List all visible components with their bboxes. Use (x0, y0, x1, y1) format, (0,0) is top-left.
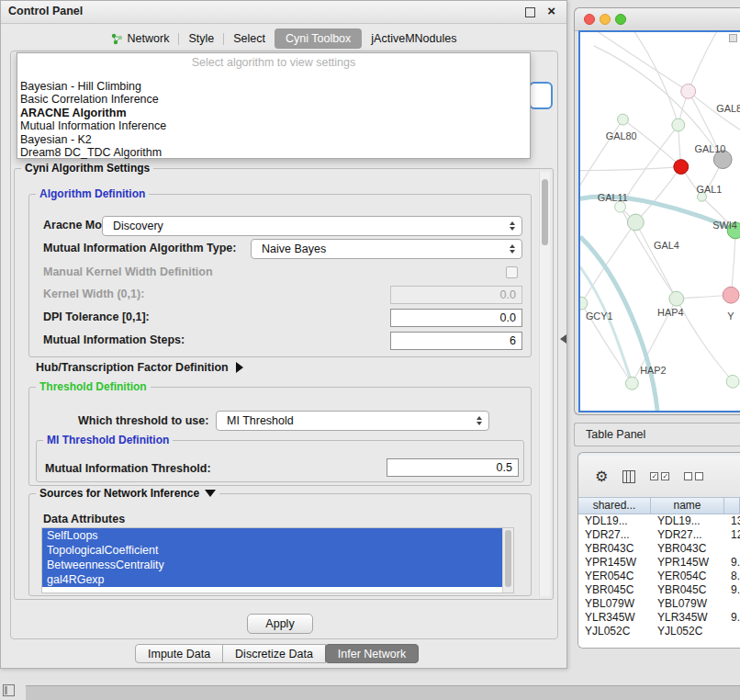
algorithm-option-mutual-information[interactable]: Mutual Information Inference (17, 119, 530, 132)
table-row[interactable]: YPR145WYPR145W9. (578, 556, 740, 570)
table-cell: 9. (724, 611, 740, 625)
network-edge[interactable] (580, 167, 681, 171)
attribute-item[interactable]: SelfLoops (42, 528, 503, 543)
network-edge[interactable] (689, 32, 717, 91)
table-row[interactable]: YER054CYER054C8. (578, 570, 740, 583)
dpi-tolerance-field[interactable]: 0.0 (390, 309, 522, 327)
zoom-window-icon[interactable] (615, 14, 626, 25)
algorithm-option-aracne[interactable]: ARACNE Algorithm (17, 107, 530, 119)
panel-collapse-arrow[interactable] (560, 334, 566, 344)
table-body: YDL19...YDL19...13YDR27...YDR27...12YBR0… (578, 514, 740, 648)
tab-infer-network[interactable]: Infer Network (325, 644, 419, 663)
tab-jactivemnodules[interactable]: jActiveMNodules (362, 29, 465, 48)
minimize-window-icon[interactable] (600, 14, 611, 25)
network-edge[interactable] (580, 237, 657, 411)
table-cell (724, 625, 740, 638)
network-edge[interactable] (581, 222, 635, 303)
network-node[interactable] (627, 214, 644, 231)
column-header-extra[interactable] (724, 498, 740, 514)
which-threshold-label: Which threshold to use: (78, 414, 208, 427)
table-row[interactable]: YBR043CYBR043C (578, 542, 740, 556)
attribute-item[interactable]: TopologicalCoefficient (42, 543, 503, 558)
control-panel-titlebar: Control Panel (1, 1, 566, 24)
network-edge[interactable] (580, 119, 622, 185)
network-node[interactable] (672, 119, 685, 131)
table-row[interactable]: YDL19...YDL19...13 (578, 514, 740, 528)
column-header-name[interactable]: name (651, 498, 724, 514)
table-row[interactable]: YDR27...YDR27...12 (578, 528, 740, 542)
algorithm-combobox[interactable] (529, 82, 553, 109)
gear-icon[interactable] (595, 469, 608, 484)
manual-kernel-checkbox[interactable] (506, 266, 518, 278)
column-header-shared-name[interactable]: shared... (578, 498, 651, 514)
close-window-icon[interactable] (584, 14, 595, 25)
network-node[interactable] (580, 297, 588, 310)
tab-select[interactable]: Select (224, 29, 275, 48)
which-threshold-dropdown[interactable]: MI Threshold (216, 411, 489, 431)
network-edge[interactable] (635, 222, 676, 299)
network-node[interactable] (618, 114, 629, 125)
table-cell: 12 (724, 528, 740, 542)
table-row[interactable]: YLR345WYLR345W9. (578, 611, 740, 625)
network-window-titlebar[interactable] (575, 8, 740, 31)
attribute-item[interactable]: BetweennessCentrality (42, 558, 503, 572)
network-edge[interactable] (634, 32, 678, 125)
table-row[interactable]: YJL052CYJL052C (578, 625, 740, 638)
canvas-scrollbar-corner[interactable] (729, 34, 737, 42)
panel-toggle-icon[interactable] (3, 684, 15, 696)
algorithm-option-bayesian-k2[interactable]: Bayesian - K2 (17, 133, 530, 146)
data-attributes-list[interactable]: SelfLoopsTopologicalCoefficientBetweenne… (41, 527, 514, 593)
table-cell: YLR345W (578, 611, 651, 625)
network-edge[interactable] (677, 299, 733, 381)
network-edge[interactable] (599, 32, 689, 91)
table-cell: YER054C (651, 570, 724, 583)
algorithm-option-dream8[interactable]: Dream8 DC_TDC Algorithm (17, 146, 530, 159)
network-node[interactable] (674, 160, 689, 175)
tab-label: Impute Data (148, 648, 210, 660)
table-cell: 13 (724, 514, 740, 528)
sources-toggle[interactable]: Sources for Network Inference (36, 487, 219, 500)
group-title: Threshold Definition (36, 380, 151, 393)
network-edge[interactable] (580, 267, 632, 384)
network-edge[interactable] (635, 167, 680, 222)
mi-algorithm-type-dropdown[interactable]: Naive Bayes (251, 239, 522, 259)
list-scrollbar[interactable] (502, 528, 513, 593)
network-node[interactable] (669, 291, 684, 306)
mi-steps-field[interactable]: 6 (390, 332, 522, 350)
expand-right-icon (236, 362, 243, 373)
columns-icon[interactable] (622, 470, 635, 483)
network-node[interactable] (726, 375, 739, 388)
hub-definition-toggle[interactable]: Hub/Transcription Factor Definition (36, 361, 243, 374)
network-node[interactable] (681, 84, 696, 98)
mi-threshold-field[interactable]: 0.5 (387, 458, 519, 477)
apply-button[interactable]: Apply (247, 614, 313, 634)
attribute-item[interactable]: gal4RGexp (42, 572, 503, 587)
tab-impute-data[interactable]: Impute Data (135, 644, 223, 663)
network-node[interactable] (625, 377, 638, 390)
dropdown-stepper-icon (510, 244, 515, 254)
aracne-mode-dropdown[interactable]: Discovery (102, 216, 522, 236)
network-node[interactable] (723, 287, 739, 303)
tab-cyni-toolbox[interactable]: Cyni Toolbox (275, 28, 362, 49)
select-all-columns-icon[interactable] (650, 472, 669, 480)
algorithm-option-bayesian-hill-climbing[interactable]: Bayesian - Hill Climbing (17, 80, 530, 93)
tab-style[interactable]: Style (179, 29, 223, 48)
network-graph[interactable]: GAL8GAL80GAL10GAL11GAL1SWI4GAL4GCY1HAP4Y… (580, 32, 740, 411)
tab-discretize-data[interactable]: Discretize Data (222, 644, 326, 663)
settings-scrollbar[interactable] (539, 172, 550, 596)
network-canvas[interactable]: GAL8GAL80GAL10GAL11GAL1SWI4GAL4GCY1HAP4Y… (578, 30, 740, 412)
close-panel-icon[interactable] (547, 3, 555, 18)
settings-scrollbar-thumb[interactable] (542, 179, 548, 245)
kernel-width-field[interactable]: 0.0 (390, 286, 522, 304)
float-panel-icon[interactable] (525, 7, 535, 17)
algorithm-option-basic-correlation[interactable]: Basic Correlation Inference (17, 93, 530, 106)
manual-kernel-label: Manual Kernel Width Definition (43, 265, 213, 278)
list-scrollbar-thumb[interactable] (505, 530, 511, 587)
network-edge[interactable] (731, 231, 735, 295)
network-node-label: GAL8 (716, 103, 740, 114)
tab-network[interactable]: Network (102, 29, 179, 48)
deselect-all-columns-icon[interactable] (684, 472, 703, 480)
table-row[interactable]: YBR045CYBR045C9. (578, 583, 740, 597)
table-row[interactable]: YBL079WYBL079W (578, 597, 740, 611)
table-cell: YBL079W (578, 597, 651, 611)
